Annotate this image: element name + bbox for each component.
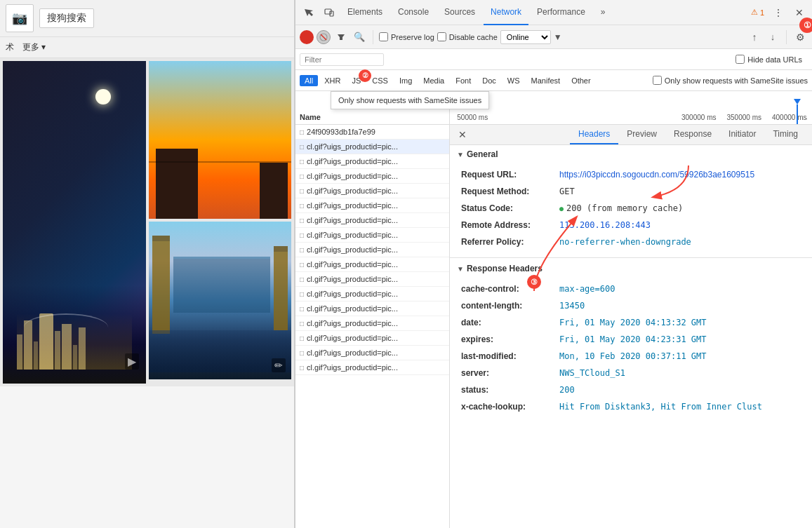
referrer-policy-key: Referrer Policy:: [461, 236, 559, 248]
type-filter-img[interactable]: Img: [394, 75, 417, 86]
last-modified-row: last-modified: Mon, 10 Feb 2020 00:37:11…: [461, 348, 801, 365]
section-divider-1: [450, 257, 812, 258]
file-item-14[interactable]: □ cl.gif?uigs_productid=pic...: [295, 346, 449, 360]
type-filter-media[interactable]: Media: [418, 75, 449, 86]
file-item-hash[interactable]: □ 24f90993db1fa7e99: [295, 125, 449, 140]
network-toolbar: 🔍 Preserve log Disable cache Online Offl…: [295, 25, 812, 49]
request-url-val[interactable]: https://i03piccdn.sogoucdn.com/59926b3ae…: [559, 168, 754, 181]
file-icon-9: □: [300, 276, 304, 283]
file-item-15[interactable]: □ cl.gif?uigs_productid=pic...: [295, 360, 449, 375]
filter-input[interactable]: [300, 53, 384, 66]
clear-log-button[interactable]: [317, 30, 331, 44]
file-item-8[interactable]: □ cl.gif?uigs_productid=pic...: [295, 257, 449, 272]
request-method-val: GET: [559, 185, 575, 198]
detail-tabs: ✕ Headers Preview Response Initiator Tim…: [450, 125, 812, 145]
device-toolbar-icon[interactable]: [319, 3, 339, 22]
file-name-6: cl.gif?uigs_productid=pic...: [307, 231, 445, 239]
tab-performance[interactable]: Performance: [530, 0, 592, 25]
request-url-key: Request URL:: [461, 168, 559, 181]
type-filter-font[interactable]: Font: [451, 75, 476, 86]
file-item-7[interactable]: □ cl.gif?uigs_productid=pic...: [295, 243, 449, 257]
xcache-row: x-cache-lookup: Hit From Disktank3, Hit …: [461, 398, 801, 415]
general-section-header[interactable]: ▼ General: [450, 145, 812, 163]
detail-tab-timing[interactable]: Timing: [764, 125, 806, 144]
status-code-key: Status Code:: [461, 202, 559, 215]
file-item-10[interactable]: □ cl.gif?uigs_productid=pic...: [295, 287, 449, 302]
type-filter-xhr[interactable]: XHR: [319, 75, 345, 86]
tab-network[interactable]: Network: [484, 0, 528, 25]
remote-address-val: 113.200.16.208:443: [559, 219, 651, 231]
samesite-checkbox[interactable]: Only show requests with SameSite issues: [653, 76, 808, 85]
detail-tab-initiator[interactable]: Initiator: [720, 125, 764, 144]
date-key: date:: [461, 316, 559, 329]
file-icon-7: □: [300, 246, 304, 254]
file-icon-0: □: [300, 143, 304, 151]
server-val: NWS_TCloud_S1: [559, 367, 625, 379]
type-filter-doc[interactable]: Doc: [477, 75, 501, 86]
tab-sources[interactable]: Sources: [437, 0, 482, 25]
file-item-3[interactable]: □ cl.gif?uigs_productid=pic...: [295, 184, 449, 198]
type-filter-all[interactable]: All: [300, 75, 318, 86]
detail-tab-response[interactable]: Response: [665, 125, 720, 144]
samesite-tooltip: Only show requests with SameSite issues: [331, 91, 489, 109]
preserve-log-checkbox[interactable]: Preserve log: [379, 32, 434, 41]
file-icon-5: □: [300, 217, 304, 224]
file-item-11[interactable]: □ cl.gif?uigs_productid=pic...: [295, 302, 449, 316]
hide-data-urls-input[interactable]: [736, 55, 745, 64]
warning-count: 1: [760, 8, 764, 17]
throttle-dropdown-arrow[interactable]: ▼: [554, 32, 562, 42]
file-item-2[interactable]: □ cl.gif?uigs_productid=pic...: [295, 169, 449, 184]
file-item-9[interactable]: □ cl.gif?uigs_productid=pic...: [295, 272, 449, 287]
type-filter-other[interactable]: Other: [566, 75, 596, 86]
cursor-icon[interactable]: [298, 3, 318, 22]
file-item-5[interactable]: □ cl.gif?uigs_productid=pic...: [295, 213, 449, 228]
response-headers-section-title: Response Headers: [467, 264, 543, 273]
referrer-policy-row: Referrer Policy: no-referrer-when-downgr…: [461, 233, 801, 250]
warning-icon: ⚠: [751, 8, 758, 17]
file-name-13: cl.gif?uigs_productid=pic...: [307, 334, 445, 342]
file-item-0[interactable]: □ cl.gif?uigs_productid=pic...: [295, 140, 449, 154]
detail-tab-preview[interactable]: Preview: [618, 125, 665, 144]
file-icon-14: □: [300, 349, 304, 357]
response-headers-content: cache-control: max-age=600 content-lengt…: [450, 278, 812, 421]
type-filter-manifest[interactable]: Manifest: [526, 75, 566, 86]
annotation-circle-3: ③: [527, 275, 541, 289]
tab-more[interactable]: »: [594, 0, 613, 25]
samesite-input[interactable]: [653, 76, 662, 85]
file-name-hash: 24f90993db1fa7e99: [307, 128, 445, 136]
hide-data-urls-checkbox[interactable]: Hide data URLs: [736, 55, 802, 64]
disable-cache-input[interactable]: [437, 32, 446, 41]
browser-toolbar: 📷 搜狗搜索: [0, 0, 294, 37]
file-item-4[interactable]: □ cl.gif?uigs_productid=pic...: [295, 198, 449, 213]
header-detail-panel: ✕ Headers Preview Response Initiator Tim…: [450, 125, 812, 528]
disable-cache-checkbox[interactable]: Disable cache: [437, 32, 498, 41]
tab-elements[interactable]: Elements: [340, 0, 390, 25]
file-item-1[interactable]: □ cl.gif?uigs_productid=pic...: [295, 154, 449, 169]
type-filter-ws[interactable]: WS: [502, 75, 525, 86]
preserve-log-input[interactable]: [379, 32, 388, 41]
tab-console[interactable]: Console: [391, 0, 436, 25]
options-menu-icon[interactable]: ⋮: [768, 3, 788, 22]
expires-row: expires: Fri, 01 May 2020 04:23:31 GMT: [461, 331, 801, 348]
file-icon-8: □: [300, 261, 304, 269]
file-item-12[interactable]: □ cl.gif?uigs_productid=pic...: [295, 316, 449, 331]
file-item-13[interactable]: □ cl.gif?uigs_productid=pic...: [295, 331, 449, 346]
file-item-6[interactable]: □ cl.gif?uigs_productid=pic...: [295, 228, 449, 243]
file-icon-12: □: [300, 320, 304, 327]
general-section-title: General: [467, 149, 498, 159]
detail-tab-headers[interactable]: Headers: [570, 125, 618, 144]
timeline-dots: · ·: [802, 115, 808, 123]
search-box[interactable]: 搜狗搜索: [39, 8, 94, 28]
response-headers-section-header[interactable]: ▼ Response Headers: [450, 259, 812, 278]
type-filter-bar: All XHR JS ② CSS Img Media Font Doc WS M…: [295, 70, 812, 91]
record-button[interactable]: [300, 30, 314, 44]
photo-sky: [149, 61, 292, 219]
remote-address-row: Remote Address: 113.200.16.208:443: [461, 217, 801, 233]
search-network-icon[interactable]: 🔍: [352, 29, 367, 45]
detail-close-button[interactable]: ✕: [455, 125, 470, 144]
filter-icon[interactable]: [333, 29, 349, 45]
throttling-select[interactable]: Online Offline Slow 3G Fast 3G: [500, 30, 551, 44]
export-icon[interactable]: ↓: [765, 29, 780, 45]
import-icon[interactable]: ↑: [747, 29, 762, 45]
nav-more-button[interactable]: 更多 ▾: [22, 41, 46, 53]
